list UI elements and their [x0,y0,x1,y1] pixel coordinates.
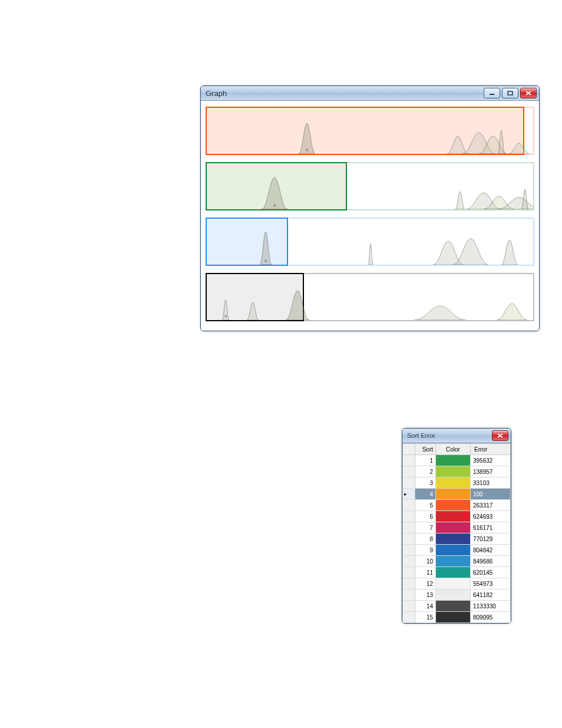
graph-titlebar[interactable]: Graph [201,86,539,101]
cell-error[interactable]: 849686 [471,556,511,567]
close-button[interactable] [492,430,508,441]
sort-body: Sort Color Error 13956322138957333103▸41… [402,443,511,623]
cell-color[interactable] [436,567,471,578]
cell-color[interactable] [436,578,471,589]
row-header[interactable] [403,578,415,589]
table-row[interactable]: ▸4100 [403,489,511,500]
cell-color[interactable] [436,556,471,567]
row-header[interactable] [403,500,415,511]
table-row[interactable]: 15809095 [403,612,511,623]
cell-sort[interactable]: 10 [415,556,436,567]
cell-error[interactable]: 33103 [471,477,511,489]
spectrum-track[interactable]: 4 [206,273,534,321]
table-row[interactable]: 5263317 [403,500,511,511]
cell-sort[interactable]: 7 [415,522,436,533]
color-swatch [436,477,470,488]
row-header[interactable] [403,533,415,545]
cell-sort[interactable]: 9 [415,545,436,556]
table-row[interactable]: 11620145 [403,567,511,578]
row-header[interactable] [403,601,415,612]
cell-sort[interactable]: 2 [415,466,436,477]
cell-sort[interactable]: 14 [415,601,436,612]
cell-sort[interactable]: 15 [415,612,436,623]
spectrum-track[interactable]: 4 [206,218,534,266]
cell-error[interactable]: 263317 [471,500,511,511]
row-header[interactable] [403,567,415,578]
close-icon [525,91,531,95]
cell-sort[interactable]: 3 [415,477,436,489]
cell-color[interactable] [436,455,471,466]
cell-color[interactable] [436,489,471,500]
minimize-button[interactable] [484,88,500,98]
cell-color[interactable] [436,589,471,601]
cell-error[interactable]: 395632 [471,455,511,466]
sort-titlebar[interactable]: Sort Error [402,429,511,443]
col-sort[interactable]: Sort [415,444,436,455]
color-swatch [436,511,470,522]
table-row[interactable]: 7616171 [403,522,511,533]
cell-color[interactable] [436,500,471,511]
cell-error[interactable]: 809095 [471,612,511,623]
table-row[interactable]: 12554973 [403,578,511,589]
row-header[interactable] [403,466,415,477]
row-header[interactable] [403,556,415,567]
cell-error[interactable]: 624693 [471,511,511,522]
cell-error[interactable]: 804842 [471,545,511,556]
table-row[interactable]: 1395632 [403,455,511,466]
table-row[interactable]: 2138957 [403,466,511,477]
cell-sort[interactable]: 13 [415,589,436,601]
cell-error[interactable]: 554973 [471,578,511,589]
cell-color[interactable] [436,511,471,522]
table-row[interactable]: 9804842 [403,545,511,556]
track-curves: 4 [207,219,533,265]
cell-error[interactable]: 770129 [471,533,511,545]
cell-error[interactable]: 616171 [471,522,511,533]
row-header[interactable] [403,522,415,533]
table-row[interactable]: 6624693 [403,511,511,522]
graph-body: 4444 [201,101,539,331]
cell-sort[interactable]: 4 [415,489,436,500]
row-header[interactable] [403,612,415,623]
spectrum-track[interactable]: 4 [206,162,534,210]
cell-sort[interactable]: 5 [415,500,436,511]
cell-error[interactable]: 138957 [471,466,511,477]
row-header[interactable]: ▸ [403,489,415,500]
table-row[interactable]: 8770129 [403,533,511,545]
cell-error[interactable]: 620145 [471,567,511,578]
table-row[interactable]: 333103 [403,477,511,489]
row-header[interactable] [403,511,415,522]
spectrum-track[interactable]: 4 [206,107,534,155]
close-button[interactable] [520,88,537,98]
sort-error-table[interactable]: Sort Color Error 13956322138957333103▸41… [402,443,511,623]
cell-sort[interactable]: 1 [415,455,436,466]
cell-color[interactable] [436,533,471,545]
cell-color[interactable] [436,545,471,556]
row-header[interactable] [403,545,415,556]
minimize-icon [489,91,495,95]
table-row[interactable]: 10849686 [403,556,511,567]
table-row[interactable]: 141133330 [403,601,511,612]
cell-color[interactable] [436,522,471,533]
cell-error[interactable]: 1133330 [471,601,511,612]
cell-sort[interactable]: 12 [415,578,436,589]
track-curves: 4 [207,108,533,154]
cell-sort[interactable]: 11 [415,567,436,578]
row-header[interactable] [403,589,415,601]
cell-color[interactable] [436,612,471,623]
color-swatch [436,500,470,510]
col-error[interactable]: Error [471,444,511,455]
rowheader-col [403,444,415,455]
maximize-button[interactable] [502,88,518,98]
cell-color[interactable] [436,466,471,477]
cell-sort[interactable]: 6 [415,511,436,522]
table-row[interactable]: 13641182 [403,589,511,601]
row-header[interactable] [403,455,415,466]
cell-error[interactable]: 641182 [471,589,511,601]
cell-sort[interactable]: 8 [415,533,436,545]
color-swatch [436,466,470,477]
cell-color[interactable] [436,601,471,612]
col-color[interactable]: Color [436,444,471,455]
cell-error[interactable]: 100 [471,489,511,500]
row-header[interactable] [403,477,415,489]
cell-color[interactable] [436,477,471,489]
